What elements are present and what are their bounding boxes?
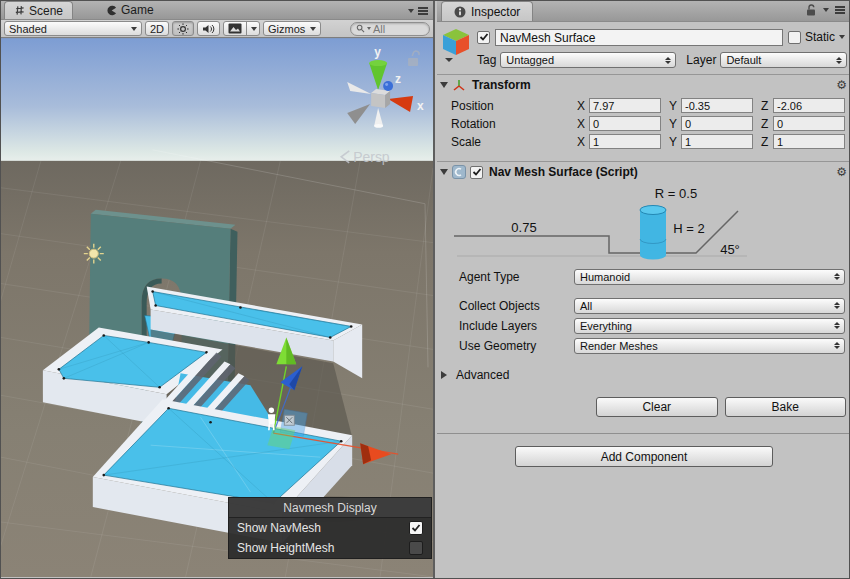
layer-dropdown[interactable]: Default	[720, 52, 847, 68]
axis-z-label: z	[395, 72, 401, 86]
image-icon	[228, 23, 242, 34]
use-geometry-row: Use Geometry Render Meshes	[437, 337, 850, 354]
lock-icon[interactable]	[806, 4, 817, 16]
collect-objects-row: Collect Objects All	[437, 297, 850, 314]
position-z-field[interactable]: -2.06	[773, 98, 845, 113]
scene-viewport[interactable]: y x z Persp Navmesh Display Show NavMesh	[1, 38, 433, 577]
static-label: Static	[805, 30, 835, 44]
transform-rows: Position X 7.97 Y -0.35 Z -2.06 Rotation…	[437, 95, 850, 161]
transform-header[interactable]: Transform	[437, 75, 850, 95]
scene-panel-menu[interactable]	[408, 7, 433, 19]
active-checkbox[interactable]	[477, 31, 490, 44]
sun-icon	[177, 23, 189, 35]
gizmos-label: Gizmos	[268, 23, 305, 35]
static-checkbox[interactable]	[788, 31, 801, 44]
add-component-area: Add Component	[437, 434, 850, 479]
transform-title: Transform	[472, 78, 531, 92]
agent-type-dropdown[interactable]: Humanoid	[574, 269, 845, 285]
navmesh-surface-fields: Agent Type Humanoid Collect Objects All …	[437, 264, 850, 433]
layer-value: Default	[726, 54, 761, 66]
axis-y-label[interactable]: Y	[669, 99, 681, 113]
rotation-x-field[interactable]: 0	[589, 116, 661, 131]
rotation-row: Rotation X 0 Y 0 Z 0	[437, 116, 849, 131]
tab-scene[interactable]: Scene	[4, 1, 73, 19]
gameobject-icon-area[interactable]	[441, 27, 477, 69]
slope-angle-label: 45°	[720, 242, 740, 257]
script-icon	[452, 165, 466, 179]
axis-z-label[interactable]: Z	[761, 135, 773, 149]
clear-button[interactable]: Clear	[596, 397, 718, 417]
foldout-icon[interactable]	[440, 82, 448, 88]
scene-tabbar: Scene Game	[1, 1, 433, 20]
scale-x-field[interactable]: 1	[589, 134, 661, 149]
scene-audio-button[interactable]	[197, 21, 220, 36]
scene-lighting-button[interactable]	[172, 21, 194, 36]
tab-game[interactable]: Game	[97, 1, 163, 19]
axis-x-label[interactable]: X	[577, 117, 589, 131]
use-geometry-dropdown[interactable]: Render Meshes	[574, 338, 845, 354]
inspector-tabbar: Inspector	[437, 1, 850, 22]
include-layers-dropdown[interactable]: Everything	[574, 318, 845, 334]
popup-arrows-icon	[832, 57, 842, 64]
scale-z-field[interactable]: 1	[773, 134, 845, 149]
gameobject-header: NavMesh Surface Static Tag Untagged	[437, 22, 850, 75]
include-layers-row: Include Layers Everything	[437, 317, 850, 334]
axis-y-label[interactable]: Y	[669, 135, 681, 149]
foldout-icon[interactable]	[440, 169, 448, 175]
toggle-2d-label: 2D	[150, 23, 164, 35]
scene-toolbar: Shaded 2D Gizmos All	[1, 20, 433, 38]
tag-dropdown[interactable]: Untagged	[500, 52, 676, 68]
position-x-field[interactable]: 7.97	[589, 98, 661, 113]
rotation-y-field[interactable]: 0	[681, 116, 753, 131]
tag-label: Tag	[477, 53, 496, 67]
show-heightmesh-checkbox[interactable]	[409, 541, 423, 555]
collect-objects-value: All	[580, 300, 592, 312]
add-component-button[interactable]: Add Component	[515, 446, 773, 467]
toggle-2d-button[interactable]: 2D	[145, 21, 169, 36]
navmesh-surface-component: Nav Mesh Surface (Script) R = 0.5 0.75 H…	[437, 162, 850, 433]
axis-z-label[interactable]: Z	[761, 99, 773, 113]
gameobject-cube-icon	[441, 27, 471, 63]
chevron-down-icon	[251, 27, 257, 31]
advanced-foldout[interactable]: Advanced	[437, 367, 850, 383]
navmesh-surface-header[interactable]: Nav Mesh Surface (Script)	[437, 162, 850, 182]
agent-type-value: Humanoid	[580, 271, 630, 283]
gear-icon[interactable]	[836, 166, 847, 178]
axis-z-label[interactable]: Z	[761, 117, 773, 131]
show-navmesh-checkbox[interactable]	[409, 521, 423, 535]
static-dropdown-icon[interactable]	[839, 35, 845, 39]
agent-radius-label: R = 0.5	[655, 186, 697, 201]
axis-x-label[interactable]: X	[577, 135, 589, 149]
scale-label: Scale	[437, 135, 577, 149]
panel-dropdown-icon[interactable]	[823, 8, 829, 12]
bake-button[interactable]: Bake	[725, 397, 847, 417]
show-navmesh-label: Show NavMesh	[237, 521, 321, 535]
sun-light-gizmo[interactable]	[84, 244, 104, 264]
position-row: Position X 7.97 Y -0.35 Z -2.06	[437, 98, 849, 113]
tab-inspector[interactable]: Inspector	[441, 1, 533, 21]
scale-y-field[interactable]: 1	[681, 134, 753, 149]
popup-arrows-icon	[830, 342, 840, 349]
position-y-field[interactable]: -0.35	[681, 98, 753, 113]
static-control[interactable]: Static	[788, 30, 847, 44]
navmesh-surface-title: Nav Mesh Surface (Script)	[489, 165, 638, 179]
panel-menu-icon[interactable]	[835, 9, 845, 11]
gizmos-dropdown[interactable]: Gizmos	[263, 21, 321, 36]
scene-effects-button[interactable]	[223, 21, 260, 36]
gameobject-name-row: NavMesh Surface Static	[477, 27, 847, 47]
shading-mode-dropdown[interactable]: Shaded	[4, 21, 142, 36]
axis-y-label[interactable]: Y	[669, 117, 681, 131]
collect-objects-dropdown[interactable]: All	[574, 298, 845, 314]
shading-mode-label: Shaded	[9, 23, 47, 35]
rotation-z-field[interactable]: 0	[773, 116, 845, 131]
gameobject-name-field[interactable]: NavMesh Surface	[495, 29, 783, 46]
overlay-row-show-navmesh: Show NavMesh	[229, 518, 431, 538]
gear-icon[interactable]	[836, 79, 847, 91]
scene-search-input[interactable]: All	[350, 22, 430, 36]
include-layers-label: Include Layers	[437, 319, 574, 333]
axis-x-label[interactable]: X	[577, 99, 589, 113]
info-icon	[454, 6, 466, 18]
script-enabled-checkbox[interactable]	[470, 166, 483, 179]
panel-dropdown-icon	[408, 9, 414, 13]
overlay-title: Navmesh Display	[229, 498, 431, 518]
